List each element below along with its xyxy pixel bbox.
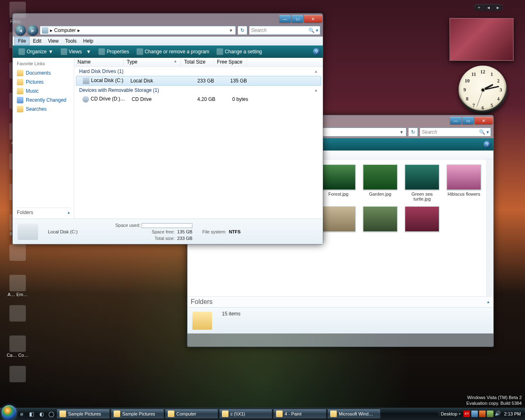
quick-launch-switch-icon[interactable]: ◧ (27, 409, 36, 418)
forward-button[interactable]: ► (27, 25, 38, 36)
col-name[interactable]: Name (74, 58, 123, 66)
properties-button[interactable]: Properties (95, 47, 132, 56)
favlink-recent[interactable]: Recently Changed (17, 96, 71, 105)
clock-gadget[interactable]: 121234567891011 (459, 66, 507, 114)
watermark: Windows Vista (TM) Beta 2Evaluation copy… (466, 395, 522, 406)
group-hard-disk-drives[interactable]: Hard Disk Drives (1)▲ (74, 67, 323, 76)
taskbar-button[interactable]: Microsoft Wind… (327, 409, 381, 419)
menu-file[interactable]: File (14, 37, 30, 45)
back-button[interactable]: ◄ (15, 25, 26, 36)
drive-local-disk-c[interactable]: Local Disk (C:) Local Disk 233 GB 135 GB (76, 76, 321, 86)
details-space: Space used: Space free:135 GB Total size… (115, 222, 192, 242)
slideshow-gadget[interactable] (450, 18, 514, 61)
cell-free: 0 bytes (219, 96, 251, 103)
thumbnail-item[interactable] (320, 206, 356, 243)
system-tray: Desktop » ATI 🔊 2:13 PM (439, 411, 523, 417)
col-type[interactable]: Type ▲ (123, 58, 181, 66)
breadcrumb-sep-icon[interactable]: ▸ (50, 27, 52, 33)
computer-icon (42, 27, 48, 34)
search-input[interactable]: Search 🔍 ▾ (249, 26, 320, 35)
start-button[interactable] (2, 405, 16, 420)
maximize-button[interactable]: ▭ (462, 117, 474, 124)
favlink-pictures[interactable]: Pictures (17, 78, 71, 87)
chevron-icon[interactable]: » (459, 412, 461, 416)
group-removable-storage[interactable]: Devices with Removable Storage (1)▲ (74, 86, 323, 95)
tray-removable-icon[interactable] (487, 411, 493, 417)
favlink-music[interactable]: Music (17, 87, 71, 96)
thumbnail-item[interactable]: Forest.jpg (320, 164, 356, 201)
change-program-button[interactable]: Change or remove a program (133, 47, 212, 56)
col-total-size[interactable]: Total Size (181, 58, 214, 66)
thumbnail-item[interactable] (404, 206, 440, 243)
settings-icon (217, 48, 223, 55)
folder-icon (17, 79, 23, 85)
clock-number: 3 (500, 87, 502, 93)
desktop-icon[interactable]: A… Em… (3, 275, 32, 297)
search-icon[interactable]: 🔍 ▾ (308, 27, 318, 33)
thumbnail-item[interactable] (362, 206, 398, 243)
breadcrumb-sep-icon[interactable]: ▸ (78, 27, 80, 33)
desktop-icon[interactable] (3, 244, 32, 262)
folders-toggle[interactable]: Folders▲ (187, 296, 493, 307)
desktop-icon[interactable] (3, 366, 32, 383)
minimize-button[interactable]: — (279, 15, 291, 23)
thumbnail-item[interactable]: Garden.jpg (362, 164, 398, 201)
taskbar-button[interactable]: Sample Pictures (111, 409, 164, 419)
taskbar-button[interactable]: c (\\X1) (219, 409, 272, 419)
menu-help[interactable]: Help (80, 37, 97, 45)
organize-button[interactable]: Organize ▼ (15, 47, 57, 56)
thumbnail-item[interactable]: Hibiscus flowers (446, 164, 482, 201)
command-bar: Organize ▼ Views ▼ Properties Change or … (13, 46, 323, 58)
folders-toggle[interactable]: Folders▲ (17, 208, 71, 217)
search-icon[interactable]: 🔍 ▾ (479, 129, 489, 135)
desktop-icon[interactable]: Ca… Co… (3, 336, 32, 358)
minimize-button[interactable]: — (450, 117, 461, 124)
sidebar-add-button[interactable]: + (474, 4, 484, 11)
collapse-icon[interactable]: ▲ (314, 88, 318, 92)
desktop-toolbar[interactable]: Desktop » (439, 411, 462, 416)
scrollbar[interactable] (486, 160, 493, 296)
menu-view[interactable]: View (45, 37, 62, 45)
menu-edit[interactable]: Edit (30, 37, 45, 45)
favlink-documents[interactable]: Documents (17, 68, 71, 78)
taskbar-button[interactable]: Sample Pictures (57, 409, 110, 419)
tray-security-icon[interactable] (479, 411, 486, 417)
views-button[interactable]: Views ▼ (57, 47, 94, 56)
breadcrumb-dropdown-icon[interactable]: ▾ (228, 27, 234, 33)
clock-time[interactable]: 2:13 PM (504, 411, 521, 416)
change-setting-button[interactable]: Change a setting (213, 47, 265, 56)
collapse-icon[interactable]: ▲ (314, 69, 318, 73)
tray-ati-icon[interactable]: ATI (463, 411, 470, 417)
quick-launch-4-icon[interactable]: ◯ (47, 409, 56, 418)
tray-network-icon[interactable] (471, 411, 478, 417)
taskbar-button-icon (59, 411, 66, 417)
sidebar-next-button[interactable]: ► (493, 4, 503, 11)
sidebar-prev-button[interactable]: ◄ (484, 4, 493, 11)
tray-volume-icon[interactable]: 🔊 (495, 411, 501, 417)
breadcrumb-dropdown-icon[interactable]: ▾ (399, 129, 404, 135)
thumbnail-item[interactable]: Green sea turtle.jpg (404, 164, 440, 201)
breadcrumb[interactable]: ▸ Computer ▸ ▾ (40, 26, 236, 35)
close-button[interactable]: ✕ (475, 117, 493, 124)
taskbar-button[interactable]: 4 - Paint (273, 409, 326, 419)
refresh-button[interactable]: ↻ (408, 128, 418, 137)
search-input[interactable]: Search 🔍 ▾ (420, 128, 491, 137)
col-free-space[interactable]: Free Space (214, 58, 247, 66)
taskbar-button-label: Sample Pictures (68, 411, 101, 416)
favlink-searches[interactable]: Searches (17, 105, 71, 114)
icon-label: Ca… Co… (3, 353, 32, 358)
desktop-icon[interactable] (3, 305, 32, 322)
taskbar-button[interactable]: Computer (165, 409, 218, 419)
help-button[interactable]: ? (313, 48, 320, 55)
maximize-button[interactable]: ▭ (292, 15, 303, 23)
menu-tools[interactable]: Tools (62, 37, 80, 45)
breadcrumb-computer[interactable]: Computer (54, 27, 76, 33)
refresh-button[interactable]: ↻ (237, 26, 247, 35)
quick-launch-ie-icon[interactable]: e (17, 409, 26, 418)
help-button[interactable]: ? (484, 141, 491, 148)
titlebar[interactable]: — ▭ ✕ (13, 14, 323, 24)
window-computer[interactable]: — ▭ ✕ ◄ ► ▸ Computer ▸ ▾ ↻ Search 🔍 ▾ Fi… (12, 13, 323, 244)
close-button[interactable]: ✕ (304, 15, 322, 23)
quick-launch-3-icon[interactable]: ◐ (37, 409, 46, 418)
drive-cd-d[interactable]: CD Drive (D:) … CD Drive 4.20 GB 0 bytes (74, 95, 323, 104)
